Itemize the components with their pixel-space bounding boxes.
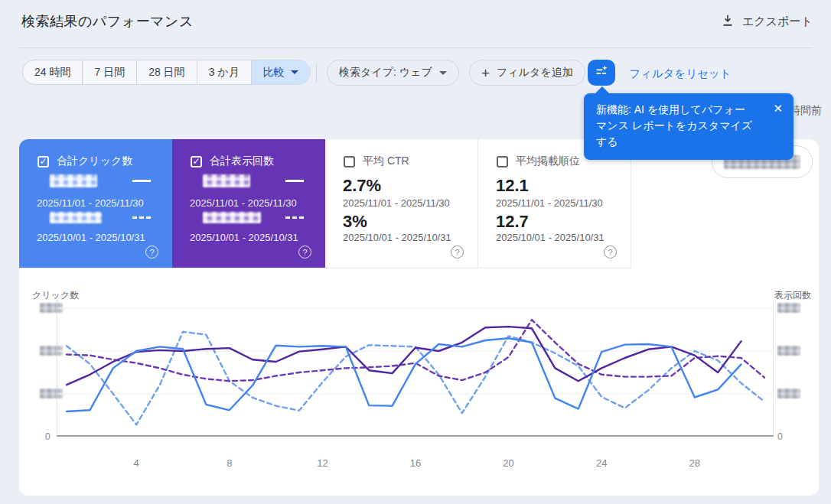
redacted-value	[50, 174, 97, 187]
period-current: 2025/11/01 - 2025/11/30	[496, 197, 603, 209]
metric-label: 合計クリック数	[57, 154, 132, 168]
metric-card-average-ctr[interactable]: 平均 CTR 2.7% 2025/11/01 - 2025/11/30 3% 2…	[325, 139, 478, 268]
period-current: 2025/11/01 - 2025/11/30	[37, 197, 144, 209]
period-current: 2025/11/01 - 2025/11/30	[190, 197, 297, 209]
period-previous: 2025/10/01 - 2025/10/31	[343, 232, 451, 243]
search-type-label: 検索タイプ: ウェブ	[339, 66, 432, 80]
x-axis-tick: 28	[689, 457, 700, 469]
ai-customize-button[interactable]	[588, 60, 615, 86]
range-3mo-button[interactable]: 3 か月	[197, 60, 251, 84]
compare-label: 比較	[263, 60, 285, 84]
help-icon[interactable]: ?	[604, 245, 617, 259]
range-7d-button[interactable]: 7 日間	[82, 60, 136, 84]
range-28d-button[interactable]: 28 日間	[136, 60, 196, 84]
metric-label: 合計表示回数	[210, 154, 274, 168]
compare-button[interactable]: 比較	[251, 60, 310, 84]
caret-down-icon	[439, 71, 447, 75]
period-previous: 2025/10/01 - 2025/10/31	[496, 232, 605, 243]
y-axis-label-redacted	[777, 303, 800, 313]
dashed-line-indicator	[132, 216, 151, 219]
ai-feature-tooltip: 新機能: AI を使用してパフォーマンス レポートをカスタマイズする ✕	[584, 93, 794, 160]
export-label: エクスポート	[742, 15, 813, 29]
x-axis-tick: 20	[503, 457, 513, 469]
tooltip-text: 新機能: AI を使用してパフォーマンス レポートをカスタマイズする	[584, 93, 794, 160]
search-type-chip[interactable]: 検索タイプ: ウェブ	[327, 60, 459, 86]
metric-label: 平均掲載順位	[516, 154, 580, 168]
search-performance-page: 検索結果のパフォーマンス エクスポート 24 時間 7 日間 28 日間 3 か…	[0, 0, 831, 504]
page-title: 検索結果のパフォーマンス	[21, 12, 194, 31]
y-axis-label-redacted	[777, 389, 800, 398]
period-previous: 2025/10/01 - 2025/10/31	[37, 232, 145, 243]
help-icon[interactable]: ?	[298, 245, 311, 259]
x-axis-tick: 12	[317, 457, 328, 469]
checkbox-checked-icon[interactable]: ✓	[37, 156, 49, 167]
caret-down-icon	[291, 70, 298, 74]
period-current: 2025/11/01 - 2025/11/30	[343, 197, 450, 209]
y-axis-label-redacted	[777, 346, 800, 356]
redacted-value	[203, 174, 250, 187]
x-axis-tick: 4	[134, 457, 139, 469]
checkbox-unchecked-icon[interactable]	[344, 156, 355, 167]
y-axis-zero-label: 0	[777, 431, 783, 442]
close-icon[interactable]: ✕	[773, 102, 783, 115]
redacted-value	[203, 212, 261, 223]
checkbox-checked-icon[interactable]: ✓	[191, 156, 202, 167]
dashed-line-indicator	[285, 216, 304, 219]
x-axis-tick: 16	[410, 457, 421, 469]
range-24h-button[interactable]: 24 時間	[23, 60, 82, 84]
checkbox-unchecked-icon[interactable]	[497, 156, 508, 167]
help-icon[interactable]: ?	[451, 245, 464, 259]
period-previous: 2025/10/01 - 2025/10/31	[190, 232, 298, 243]
metric-value-previous: 12.7	[496, 212, 529, 232]
performance-panel: ✓ 合計クリック数 2025/11/01 - 2025/11/30 2025/1…	[19, 139, 819, 496]
help-icon[interactable]: ?	[145, 245, 158, 259]
x-axis-tick: 24	[596, 457, 607, 469]
solid-line-indicator	[285, 180, 304, 182]
metric-value-previous: 3%	[343, 212, 367, 232]
header-divider	[19, 47, 813, 48]
tune-sparkle-icon	[594, 63, 609, 82]
last-updated-text: 時間前	[790, 104, 822, 118]
tooltip-arrow	[595, 86, 610, 94]
add-filter-chip[interactable]: + フィルタを追加	[469, 60, 585, 86]
x-axis-tick: 8	[226, 457, 232, 469]
solid-line-indicator	[132, 180, 151, 182]
add-filter-label: フィルタを追加	[497, 66, 573, 80]
y-axis-title-impressions: 表示回数	[774, 289, 811, 302]
y-axis-zero-label: 0	[45, 431, 51, 442]
filter-separator	[316, 63, 317, 83]
metric-card-total-impressions[interactable]: ✓ 合計表示回数 2025/11/01 - 2025/11/30 2025/10…	[172, 139, 325, 268]
date-range-group: 24 時間 7 日間 28 日間 3 か月 比較	[22, 60, 311, 85]
cards-row-divider	[19, 268, 631, 268]
plus-icon: +	[481, 66, 490, 80]
export-button[interactable]: エクスポート	[720, 13, 813, 31]
download-icon	[720, 13, 735, 31]
metric-value-current: 12.1	[496, 176, 529, 196]
metric-label: 平均 CTR	[363, 154, 409, 168]
metric-value-current: 2.7%	[343, 176, 381, 196]
reset-filters-link[interactable]: フィルタをリセット	[629, 67, 732, 81]
chart-canvas[interactable]	[57, 301, 774, 437]
performance-chart[interactable]	[57, 301, 774, 437]
metric-card-total-clicks[interactable]: ✓ 合計クリック数 2025/11/01 - 2025/11/30 2025/1…	[19, 139, 172, 268]
redacted-value	[50, 212, 102, 223]
x-axis-ticks: 481216202428	[57, 457, 774, 470]
